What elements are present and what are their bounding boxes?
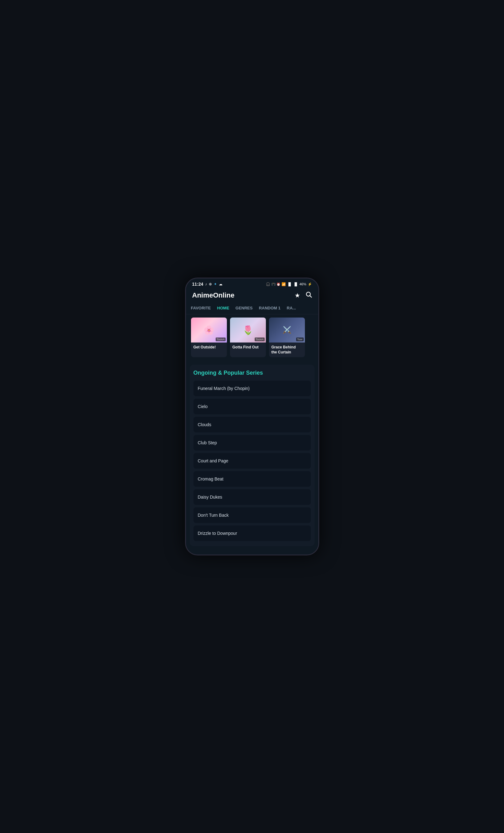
nav-item-random2[interactable]: RA... — [287, 304, 296, 312]
nav-bar: FAVORITE HOME GENRES RANDOM 1 RA... — [186, 302, 318, 314]
search-button[interactable] — [305, 291, 312, 300]
content-area: 🌸 ToonA Get Outside! 🌷 ToonA Gotta Find … — [186, 314, 318, 554]
tiktok-icon: ♪ — [205, 282, 207, 286]
card-source-1: ToonA — [216, 337, 226, 341]
series-name-2: Clouds — [198, 422, 211, 427]
ongoing-section: Ongoing & Popular Series Funeral March (… — [190, 365, 314, 546]
nav-item-genres[interactable]: GENRES — [235, 304, 253, 312]
series-item-7[interactable]: Don't Turn Back — [194, 507, 311, 523]
series-item-4[interactable]: Court and Page — [194, 453, 311, 469]
app-title: AnimeOnline — [192, 291, 235, 300]
ongoing-section-title: Ongoing & Popular Series — [194, 370, 311, 376]
series-name-7: Don't Turn Back — [198, 513, 229, 518]
svg-line-1 — [310, 296, 311, 297]
card-source-2: ToonA — [255, 337, 264, 341]
card-gotta-find-out[interactable]: 🌷 ToonA Gotta Find Out — [230, 317, 266, 357]
series-name-6: Daisy Dukes — [198, 495, 223, 500]
series-list: Funeral March (by Chopin) Cielo Clouds C… — [194, 381, 311, 541]
battery-bolt-icon: ⚡ — [308, 282, 312, 286]
series-item-8[interactable]: Drizzle to Downpour — [194, 525, 311, 541]
status-bar: 11:24 ♪ ⊕ ✦ ☁ 🎧 📳 ⏰ 📶 ▐▌ ▐▌ 46% ⚡ — [186, 279, 318, 288]
shazam-icon: ⊕ — [209, 282, 212, 286]
vibrate-icon: 📳 — [272, 283, 275, 286]
cards-row: 🌸 ToonA Get Outside! 🌷 ToonA Gotta Find … — [191, 317, 313, 357]
card-get-outside[interactable]: 🌸 ToonA Get Outside! — [191, 317, 227, 357]
card-title-gotta: Gotta Find Out — [230, 342, 266, 353]
cloud-icon: ☁ — [219, 282, 223, 286]
cards-section: 🌸 ToonA Get Outside! 🌷 ToonA Gotta Find … — [186, 314, 318, 362]
card-thumb-gotta: 🌷 ToonA — [230, 317, 266, 342]
series-item-6[interactable]: Daisy Dukes — [194, 489, 311, 505]
card-thumb-get-outside: 🌸 ToonA — [191, 317, 227, 342]
series-item-0[interactable]: Funeral March (by Chopin) — [194, 381, 311, 396]
card-thumb-grace: ⚔️ Toor — [269, 317, 305, 342]
series-item-1[interactable]: Cielo — [194, 399, 311, 414]
headphone-icon: 🎧 — [266, 282, 270, 286]
signal-icon-1: ▐▌ — [287, 282, 292, 286]
series-name-8: Drizzle to Downpour — [198, 531, 237, 536]
header-icons: ★ — [295, 291, 312, 300]
series-item-3[interactable]: Club Step — [194, 435, 311, 451]
status-right: 🎧 📳 ⏰ 📶 ▐▌ ▐▌ 46% ⚡ — [266, 282, 312, 286]
wifi-icon: 📶 — [281, 282, 286, 286]
status-left: 11:24 ♪ ⊕ ✦ ☁ — [192, 282, 223, 287]
card-title-grace: Grace Behind the Curtain — [269, 342, 305, 357]
nav-item-favorite[interactable]: FAVORITE — [191, 304, 211, 312]
app-header: AnimeOnline ★ — [186, 288, 318, 302]
series-name-1: Cielo — [198, 404, 208, 409]
card-title-get-outside: Get Outside! — [191, 342, 227, 353]
card-grace-behind[interactable]: ⚔️ Toor Grace Behind the Curtain — [269, 317, 305, 357]
series-name-5: Cromag Beat — [198, 476, 223, 481]
nav-item-random1[interactable]: RANDOM 1 — [259, 304, 280, 312]
alarm-icon: ⏰ — [277, 283, 280, 286]
status-time: 11:24 — [192, 282, 203, 287]
series-name-3: Club Step — [198, 440, 217, 445]
bluetooth-icon: ✦ — [214, 282, 217, 286]
card-source-3: Toor — [296, 337, 304, 341]
series-item-2[interactable]: Clouds — [194, 417, 311, 432]
series-item-5[interactable]: Cromag Beat — [194, 471, 311, 487]
series-name-0: Funeral March (by Chopin) — [198, 386, 250, 391]
nav-item-home[interactable]: HOME — [217, 304, 229, 312]
series-name-4: Court and Page — [198, 458, 228, 463]
battery-percent: 46% — [299, 282, 306, 286]
signal-icon-2: ▐▌ — [293, 282, 298, 286]
star-button[interactable]: ★ — [295, 292, 300, 299]
phone-shell: 11:24 ♪ ⊕ ✦ ☁ 🎧 📳 ⏰ 📶 ▐▌ ▐▌ 46% ⚡ AnimeO… — [185, 278, 319, 555]
